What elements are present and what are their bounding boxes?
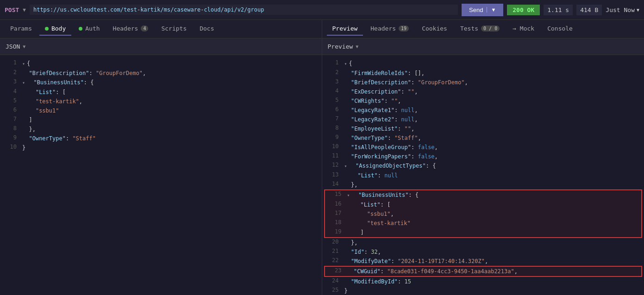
line-content: "CWGuid": "8cade031-f049-4cc3-9450-1aa4a… (347, 267, 638, 276)
line-number: 10 (4, 143, 17, 150)
line-content: "test-kartik" (347, 219, 638, 228)
line-number: 13 (326, 171, 339, 178)
line-content: "BriefDescription": "GroupForDemo", (22, 69, 318, 78)
line-number: 6 (4, 106, 17, 113)
code-line: 15 ▾ "BusinessUnits": { (325, 190, 642, 200)
tab-headers[interactable]: Headers 4 (107, 22, 154, 36)
tab-cookies[interactable]: Cookies (416, 22, 453, 36)
code-line: 1 ▾{ (0, 59, 322, 69)
line-number: 22 (326, 257, 339, 264)
code-line: 25 } (322, 286, 644, 295)
line-content: "ssbu1" (22, 106, 318, 115)
code-line: 3 ▾ "BusinessUnits": { (0, 78, 322, 88)
code-line: 18 "test-kartik" (325, 219, 642, 228)
timestamp: Just Now ▼ (606, 6, 639, 13)
tab-body-label: Body (51, 25, 66, 32)
tab-preview-label: Preview (332, 25, 358, 32)
line-content: "test-kartik", (22, 97, 318, 106)
tab-mock-label: → Mock (513, 25, 534, 32)
tab-console[interactable]: Console (542, 22, 578, 36)
code-line: 8 }, (0, 125, 322, 134)
line-number: 5 (4, 97, 17, 104)
code-line: 10 } (0, 143, 322, 152)
line-number: 4 (326, 87, 339, 94)
send-dropdown-arrow[interactable]: ▼ (487, 7, 496, 13)
line-number: 19 (329, 228, 342, 235)
code-line: 16 "List": [ (325, 200, 642, 209)
response-tabs: Preview Headers 19 Cookies Tests 0 / 0 →… (322, 20, 644, 38)
code-line: 22 "ModifyDate": "2024-11-19T17:40:14.32… (322, 257, 644, 266)
send-button[interactable]: Send ▼ (462, 4, 503, 16)
line-number: 3 (326, 78, 339, 85)
code-line: 6 "LegacyRate1": null, (322, 106, 644, 115)
line-content: ] (347, 228, 638, 237)
code-line: 13 "List": null (322, 171, 644, 180)
tab-auth-label: Auth (85, 25, 100, 32)
tab-scripts-label: Scripts (161, 25, 187, 32)
line-number: 8 (4, 125, 17, 132)
line-number: 20 (326, 238, 339, 245)
line-number: 1 (4, 59, 17, 66)
line-content: "OwnerType": "Staff" (22, 134, 318, 143)
tab-preview[interactable]: Preview (327, 22, 363, 36)
line-content: "OwnerType": "Staff", (344, 133, 641, 143)
tab-response-headers[interactable]: Headers 19 (365, 22, 414, 36)
line-content: ▾ "BusinessUnits": { (22, 78, 318, 88)
tab-tests[interactable]: Tests 0 / 0 (455, 22, 505, 36)
body-indicator (45, 27, 49, 31)
fold-icon[interactable]: ▾ (22, 61, 25, 66)
line-number: 9 (4, 134, 17, 141)
line-number: 15 (329, 190, 342, 197)
response-headers-badge: 19 (399, 25, 409, 31)
tab-auth[interactable]: Auth (73, 22, 105, 36)
left-format-arrow[interactable]: ▼ (23, 44, 25, 49)
top-bar: POST ▼ Send ▼ 200 OK 1.11 s 414 B Just N… (0, 0, 644, 20)
line-number: 2 (326, 69, 339, 75)
line-content: "ExDescription": "", (344, 87, 641, 96)
left-format-bar: JSON ▼ (0, 38, 322, 55)
fold-icon[interactable]: ▾ (347, 193, 350, 198)
request-body-editor[interactable]: 1 ▾{ 2 "BriefDescription": "GroupForDemo… (0, 55, 322, 295)
line-content: "ssbu1", (347, 209, 638, 219)
line-number: 8 (326, 124, 339, 131)
line-content: }, (22, 125, 318, 134)
fold-icon[interactable]: ▾ (344, 163, 347, 169)
fold-icon[interactable]: ▾ (22, 80, 25, 85)
code-line: 2 "BriefDescription": "GroupForDemo", (0, 69, 322, 78)
code-line: 4 "ExDescription": "", (322, 87, 644, 96)
line-content: "EmployeeList": "", (344, 124, 641, 133)
tab-scripts[interactable]: Scripts (156, 22, 192, 36)
code-line: 20 }, (322, 238, 644, 247)
tab-headers-label: Headers (113, 25, 138, 32)
line-content: "CWRights": "", (344, 96, 641, 106)
timestamp-label: Just Now (606, 6, 635, 13)
line-number: 12 (326, 161, 339, 168)
code-line: 5 "test-kartik", (0, 97, 322, 106)
response-preview[interactable]: 1 ▾{ 2 "FirmWideRoleIds": [], 3 "BriefDe… (322, 55, 644, 295)
right-format-bar: Preview ▼ (322, 38, 644, 55)
line-content: "List": null (344, 171, 641, 180)
url-input[interactable] (30, 5, 458, 15)
tab-mock[interactable]: → Mock (507, 22, 540, 36)
code-line: 12 ▾ "AssignedObjectTypes": { (322, 161, 644, 171)
tab-docs-label: Docs (200, 25, 214, 32)
line-number: 3 (4, 78, 17, 85)
line-number: 11 (326, 152, 339, 159)
auth-indicator (79, 27, 82, 31)
right-format-arrow[interactable]: ▼ (356, 44, 358, 49)
line-number: 6 (326, 106, 339, 113)
method-dropdown-arrow[interactable]: ▼ (23, 7, 26, 13)
line-number: 7 (4, 115, 17, 122)
left-panel: 1 ▾{ 2 "BriefDescription": "GroupForDemo… (0, 55, 322, 295)
tab-params[interactable]: Params (5, 22, 38, 36)
tab-docs[interactable]: Docs (194, 22, 219, 36)
line-number: 21 (326, 247, 339, 254)
line-number: 25 (326, 286, 339, 293)
code-line: 10 "IsAllPeopleGroup": false, (322, 143, 644, 152)
code-line: 17 "ssbu1", (325, 209, 642, 219)
line-content: "LegacyRate2": null, (344, 115, 641, 124)
tab-body[interactable]: Body (39, 22, 71, 36)
response-time: 1.11 s (544, 5, 573, 15)
right-panel: 1 ▾{ 2 "FirmWideRoleIds": [], 3 "BriefDe… (322, 55, 644, 295)
fold-icon[interactable]: ▾ (344, 61, 347, 66)
